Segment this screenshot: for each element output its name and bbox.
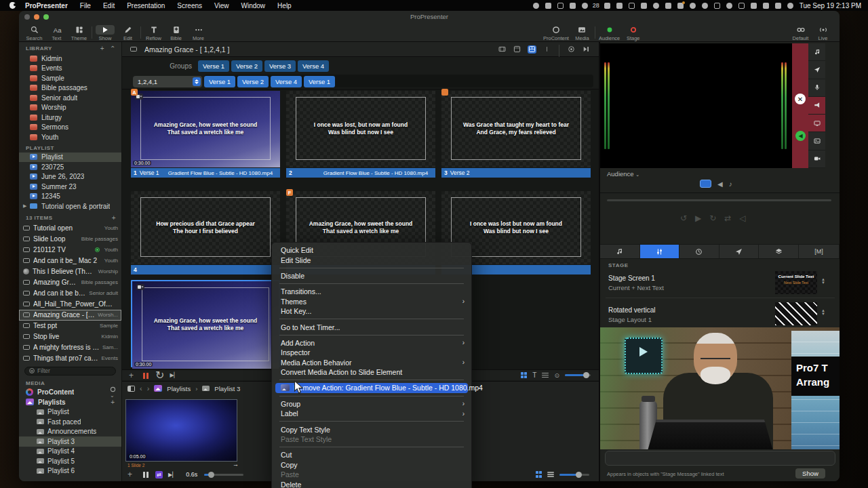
add-media-button[interactable]: + [127,470,132,479]
status-icon[interactable] [665,3,671,9]
toolbar-text-button[interactable]: AaText [45,24,68,41]
breadcrumb-playlists[interactable]: Playlists [167,385,191,392]
target-icon[interactable] [567,45,576,54]
status-icon[interactable] [533,3,539,9]
slide-4[interactable]: How precious did that Grace appearThe ho… [131,191,280,274]
library-item-senior-adult[interactable]: Senior adult [19,93,121,103]
stage-layout2-thumbnail[interactable] [775,302,817,325]
tab-macros[interactable]: [M] [799,245,840,258]
document-item[interactable]: This I Believe (The Creed)Worship [19,266,121,277]
apple-menu-icon[interactable] [9,2,16,9]
status-icon[interactable] [604,3,610,9]
mic-layer-icon[interactable] [808,79,825,97]
menu-edit[interactable]: Edit [103,2,115,9]
restart-icon[interactable]: ↺ [680,214,687,223]
status-icon[interactable] [751,3,757,9]
status-icon[interactable] [763,3,769,9]
toolbar-bible-button[interactable]: Bible [165,24,187,41]
media-playlist-item-fast-paced[interactable]: Fast paced [19,417,121,427]
media-playlist-item-playlist-4[interactable]: Playlist 4 [19,447,121,457]
document-item[interactable]: 210112 TVYouth [19,245,121,256]
toolbar-stage-button[interactable]: Stage [622,24,644,41]
media-playlist-item-playlist-5[interactable]: Playlist 5 [19,456,121,466]
procontent-row[interactable]: ProContent ⌄ [19,388,121,398]
sidebar-toggle-icon[interactable] [127,386,135,392]
context-menu-item-convert-media-action-to-slide-element[interactable]: Convert Media Action to Slide Element [272,367,471,377]
stage-screen-title[interactable]: Stage Screen 1 [608,274,655,282]
document-item[interactable]: And can it be_ Mac 2Youth [19,256,121,266]
megaphone-layer-icon[interactable] [808,97,825,115]
playlist-item-june-26-2023[interactable]: June 26, 2023 [19,172,121,182]
menu-clock[interactable]: Tue Sep 19 2:13 PM [800,2,861,9]
library-item-youth[interactable]: Youth [19,132,121,142]
clear-all-button[interactable]: ✕ [795,94,806,104]
document-item[interactable]: Slide LoopBible passages [19,234,121,245]
props-layer-toggle[interactable]: ◀ [717,180,723,188]
media-grid-view-button[interactable] [536,471,542,478]
media-playlists-row[interactable]: Playlists+ [19,397,121,407]
media-pause-icon[interactable] [143,468,150,481]
camera-layer-icon[interactable] [808,150,825,168]
context-menu-item-copy[interactable]: Copy [272,460,471,470]
media-playlist-item-playlist-6[interactable]: Playlist 6 [19,466,121,476]
back-chevron-icon[interactable]: ‹ [140,384,142,392]
status-icon[interactable] [629,3,635,9]
media-playlist-item-playlist[interactable]: Playlist [19,407,121,418]
arrangement-stepper[interactable] [193,77,201,86]
toolbar-edit-button[interactable]: Edit [117,24,139,41]
document-item[interactable]: Things that pro7 can do-Events [19,353,121,364]
library-item-liturgy[interactable]: Liturgy [19,113,121,123]
more-options-icon[interactable]: ⊙ [554,372,559,379]
text-view-button[interactable]: T [532,371,536,379]
slide-thumbnail[interactable]: Amazing Grace, how sweet the soundThat s… [132,281,279,369]
status-icon[interactable] [702,3,708,9]
slide-thumbnail[interactable]: Amazing Grace, how sweet the soundThat s… [131,91,280,167]
slide-1[interactable]: Amazing Grace, how sweet the soundThat s… [131,91,280,178]
arrangement-button-verse-1[interactable]: Verse 1 [304,76,335,87]
toolbar-audience-button[interactable]: Audience [597,24,622,41]
skip-next-icon[interactable]: ▶▏ [170,372,178,378]
status-icon[interactable] [570,3,576,9]
status-icon[interactable] [738,3,745,9]
slide-size-slider[interactable] [565,374,591,376]
add-slide-button[interactable]: + [129,371,134,380]
document-item[interactable]: Tutorial openYouth [19,223,121,234]
audience-label[interactable]: Audience ⌄ [607,170,639,178]
arrangement-button-verse-4[interactable]: Verse 4 [271,76,302,87]
media-playlist-item-announcements[interactable]: Announcements [19,427,121,437]
toolbar-default-button[interactable]: Default [789,24,812,41]
document-item[interactable]: Amazing GraceBible passages [19,277,121,288]
context-menu-item-delete[interactable]: Delete [272,479,471,488]
tab-music[interactable] [600,245,640,258]
context-menu-item-transitions-[interactable]: Transitions... [272,287,471,296]
status-icon[interactable] [690,3,696,9]
context-menu-item-cut[interactable]: Cut [272,450,471,460]
library-item-bible-passages[interactable]: Bible passages [19,83,121,94]
tab-layers[interactable] [759,245,799,258]
pause-media-icon[interactable] [143,369,150,382]
slide-3[interactable]: Was Grace that taught my heart to fearAn… [441,91,591,178]
status-icon[interactable] [557,3,564,9]
volume-icon[interactable]: ◁ [739,214,745,223]
media-progress-bar[interactable] [607,199,831,201]
menu-file[interactable]: File [80,2,91,9]
context-menu-item-inspector[interactable]: Inspector [272,348,471,357]
document-item[interactable]: A mighty fortress is our GodSam... [19,342,121,353]
menu-presentation[interactable]: Presentation [127,2,165,9]
toolbar-search-button[interactable]: Search [23,24,45,41]
library-item-sermons[interactable]: Sermons [19,123,121,133]
menu-screens[interactable]: Screens [177,2,202,9]
image-layer-icon[interactable] [808,132,825,150]
filter-input[interactable]: Filter [24,367,116,375]
status-icon[interactable] [641,3,647,9]
add-button[interactable]: + [100,45,104,52]
audio-layer-toggle[interactable]: ♪ [729,180,732,188]
slide-thumbnail[interactable]: Was Grace that taught my heart to fearAn… [441,91,591,167]
context-menu-item-group[interactable]: Group› [272,399,471,409]
arrangement-button-verse-1[interactable]: Verse 1 [204,76,235,87]
context-menu-item-quick-edit[interactable]: Quick Edit [272,245,471,255]
playlist-item-summer-23[interactable]: Summer 23 [19,182,121,192]
toolbar-reflow-button[interactable]: Reflow [142,24,165,41]
shuffle-icon[interactable]: ⇄ [724,214,731,223]
context-menu-item-copy-text-style[interactable]: Copy Text Style [272,424,471,434]
